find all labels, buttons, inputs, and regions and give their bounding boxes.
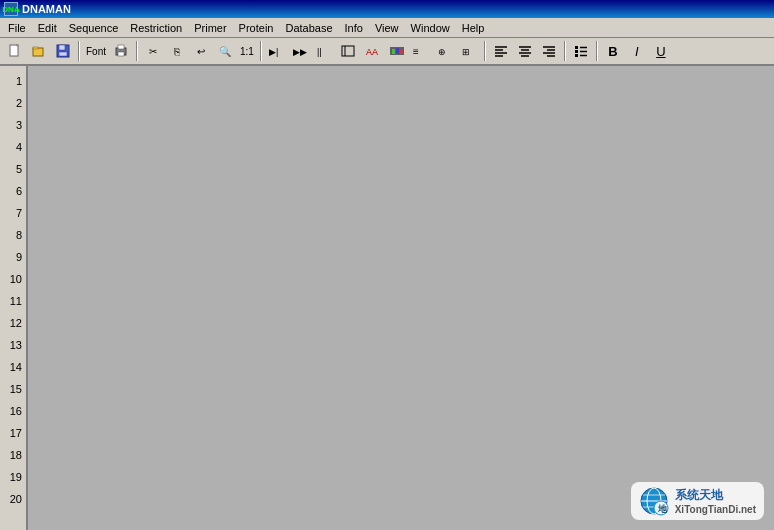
- svg-text:地: 地: [657, 504, 668, 514]
- menu-protein[interactable]: Protein: [233, 20, 280, 36]
- svg-rect-37: [575, 50, 578, 53]
- menu-primer[interactable]: Primer: [188, 20, 232, 36]
- save-button[interactable]: [52, 40, 74, 62]
- menu-sequence[interactable]: Sequence: [63, 20, 125, 36]
- watermark-globe-icon: 地: [639, 486, 669, 516]
- separator-6: [596, 41, 598, 61]
- menu-file[interactable]: File: [2, 20, 32, 36]
- svg-rect-6: [59, 52, 67, 56]
- separator-4: [484, 41, 486, 61]
- cut-button[interactable]: ✂: [142, 40, 164, 62]
- underline-button[interactable]: U: [650, 40, 672, 62]
- open-button[interactable]: [28, 40, 50, 62]
- separator-2: [136, 41, 138, 61]
- watermark: 地 系统天地 XiTongTianDi.net: [631, 482, 764, 520]
- line-number: 9: [0, 246, 26, 268]
- svg-rect-13: [342, 46, 354, 56]
- svg-rect-17: [392, 49, 395, 54]
- content-area[interactable]: 地 系统天地 XiTongTianDi.net: [28, 66, 774, 530]
- align-center-button[interactable]: [514, 40, 536, 62]
- print-button[interactable]: [110, 40, 132, 62]
- svg-rect-9: [118, 52, 124, 56]
- btn-seq4[interactable]: [338, 40, 360, 62]
- menu-view[interactable]: View: [369, 20, 405, 36]
- title-bar: DNA DNAMAN: [0, 0, 774, 18]
- line-number: 18: [0, 444, 26, 466]
- line-number: 2: [0, 92, 26, 114]
- svg-rect-8: [118, 45, 124, 49]
- line-number: 14: [0, 356, 26, 378]
- btn-seq9[interactable]: ⊞: [458, 40, 480, 62]
- svg-text:||: ||: [317, 47, 322, 57]
- line-number: 13: [0, 334, 26, 356]
- svg-rect-39: [575, 54, 578, 57]
- btn-seq2[interactable]: ▶▶: [290, 40, 312, 62]
- svg-rect-35: [575, 46, 578, 49]
- svg-text:≡: ≡: [413, 46, 419, 57]
- menu-edit[interactable]: Edit: [32, 20, 63, 36]
- line-number: 20: [0, 488, 26, 510]
- btn-seq1[interactable]: ▶|: [266, 40, 288, 62]
- undo-button[interactable]: ↩: [190, 40, 212, 62]
- separator-3: [260, 41, 262, 61]
- line-number: 8: [0, 224, 26, 246]
- line-number: 4: [0, 136, 26, 158]
- toolbar: Font ✂ ⎘ ↩ 🔍 1:1 ▶| ▶▶ || AA ≡ ⊕ ⊞: [0, 38, 774, 66]
- btn-seq6[interactable]: [386, 40, 408, 62]
- app-title: DNAMAN: [22, 3, 71, 15]
- main-area: 1234567891011121314151617181920 地 系统天地 X…: [0, 66, 774, 530]
- font-label: Font: [84, 46, 108, 57]
- new-button[interactable]: [4, 40, 26, 62]
- svg-text:AA: AA: [366, 47, 378, 57]
- line-number: 3: [0, 114, 26, 136]
- menu-help[interactable]: Help: [456, 20, 491, 36]
- line-number: 6: [0, 180, 26, 202]
- bold-button[interactable]: B: [602, 40, 624, 62]
- line-number: 17: [0, 422, 26, 444]
- app-icon: DNA: [4, 2, 18, 16]
- separator-1: [78, 41, 80, 61]
- btn-seq5[interactable]: AA: [362, 40, 384, 62]
- italic-button[interactable]: I: [626, 40, 648, 62]
- btn-seq7[interactable]: ≡: [410, 40, 432, 62]
- watermark-sitename: 系统天地: [675, 487, 756, 504]
- menu-info[interactable]: Info: [339, 20, 369, 36]
- line-number: 1: [0, 70, 26, 92]
- line-number: 7: [0, 202, 26, 224]
- line-number: 12: [0, 312, 26, 334]
- svg-rect-18: [396, 48, 399, 54]
- line-number-gutter: 1234567891011121314151617181920: [0, 66, 28, 530]
- svg-rect-0: [10, 45, 18, 56]
- svg-text:⊞: ⊞: [462, 47, 470, 57]
- svg-rect-19: [400, 50, 403, 54]
- watermark-url: XiTongTianDi.net: [675, 504, 756, 515]
- line-number: 16: [0, 400, 26, 422]
- btn-seq8[interactable]: ⊕: [434, 40, 456, 62]
- separator-5: [564, 41, 566, 61]
- line-number: 10: [0, 268, 26, 290]
- menu-database[interactable]: Database: [279, 20, 338, 36]
- svg-text:▶▶: ▶▶: [293, 47, 307, 57]
- align-right-button[interactable]: [538, 40, 560, 62]
- menu-window[interactable]: Window: [405, 20, 456, 36]
- line-number: 19: [0, 466, 26, 488]
- align-left-button[interactable]: [490, 40, 512, 62]
- svg-text:⊕: ⊕: [438, 47, 446, 57]
- svg-rect-5: [59, 45, 65, 50]
- copy-button[interactable]: ⎘: [166, 40, 188, 62]
- menu-bar: File Edit Sequence Restriction Primer Pr…: [0, 18, 774, 38]
- line-number: 11: [0, 290, 26, 312]
- svg-rect-3: [33, 47, 38, 49]
- zoom-in-button[interactable]: 🔍: [214, 40, 236, 62]
- watermark-text: 系统天地 XiTongTianDi.net: [675, 487, 756, 515]
- line-number: 15: [0, 378, 26, 400]
- line-number: 5: [0, 158, 26, 180]
- list-button[interactable]: [570, 40, 592, 62]
- menu-restriction[interactable]: Restriction: [124, 20, 188, 36]
- zoom-label: 1:1: [238, 46, 256, 57]
- btn-seq3[interactable]: ||: [314, 40, 336, 62]
- svg-text:▶|: ▶|: [269, 47, 278, 57]
